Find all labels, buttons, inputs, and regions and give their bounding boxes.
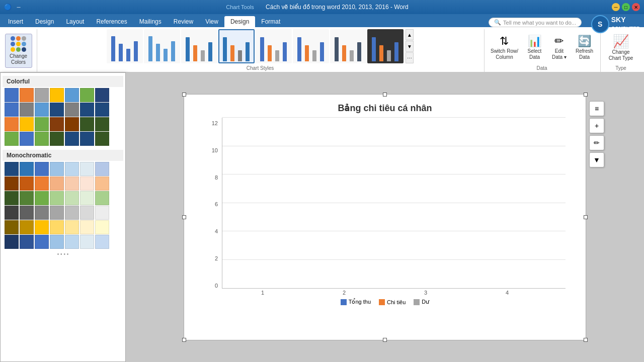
colorful-swatch[interactable] bbox=[50, 103, 64, 117]
mono-swatch[interactable] bbox=[80, 162, 94, 176]
mono-swatch[interactable] bbox=[95, 191, 109, 205]
select-data-button[interactable]: 📊 SelectData bbox=[523, 33, 546, 62]
mono-swatch[interactable] bbox=[50, 220, 64, 234]
refresh-data-button[interactable]: 🔄 RefreshData bbox=[573, 33, 596, 62]
mono-swatch[interactable] bbox=[5, 206, 19, 220]
chart-style-8[interactable] bbox=[367, 29, 404, 63]
colorful-swatch[interactable] bbox=[80, 117, 94, 131]
tab-mailings[interactable]: Mailings bbox=[133, 16, 168, 27]
mono-swatch[interactable] bbox=[35, 220, 49, 234]
mono-swatch[interactable] bbox=[65, 235, 79, 249]
colorful-swatch[interactable] bbox=[20, 88, 34, 102]
colorful-swatch[interactable] bbox=[95, 103, 109, 117]
mono-swatch[interactable] bbox=[35, 191, 49, 205]
colorful-swatch[interactable] bbox=[80, 132, 94, 146]
scroll-up[interactable]: ▲ bbox=[406, 29, 414, 40]
mono-swatch[interactable] bbox=[65, 162, 79, 176]
mono-swatch[interactable] bbox=[50, 162, 64, 176]
chart-style-7[interactable] bbox=[330, 29, 366, 63]
tab-view[interactable]: View bbox=[199, 16, 224, 27]
mono-swatch[interactable] bbox=[95, 220, 109, 234]
tab-layout[interactable]: Layout bbox=[60, 16, 90, 27]
selection-handle-tr[interactable] bbox=[584, 93, 588, 97]
colorful-swatch[interactable] bbox=[35, 117, 49, 131]
chart-layout-button[interactable]: ≡ bbox=[589, 101, 604, 116]
mono-swatch[interactable] bbox=[20, 235, 34, 249]
mono-swatch[interactable] bbox=[80, 206, 94, 220]
colorful-swatch[interactable] bbox=[35, 103, 49, 117]
minimize-button[interactable]: ─ bbox=[612, 3, 620, 11]
colorful-swatch[interactable] bbox=[20, 132, 34, 146]
chart-container[interactable]: Bảng chi tiêu cá nhân 12 10 8 6 4 2 0 bbox=[184, 94, 586, 340]
mono-swatch[interactable] bbox=[5, 220, 19, 234]
colorful-swatch[interactable] bbox=[95, 117, 109, 131]
mono-swatch[interactable] bbox=[50, 176, 64, 191]
mono-swatch[interactable] bbox=[95, 206, 109, 220]
chart-elements-button[interactable]: + bbox=[589, 118, 604, 133]
chart-style-button[interactable]: ✏ bbox=[589, 135, 604, 150]
colorful-swatch[interactable] bbox=[5, 117, 19, 131]
tell-me-bar[interactable]: 🔍 Tell me what you want to do... bbox=[489, 18, 582, 27]
mono-swatch[interactable] bbox=[5, 162, 19, 176]
scroll-down[interactable]: ▼ bbox=[406, 41, 414, 52]
mono-swatch[interactable] bbox=[65, 220, 79, 234]
tab-insert[interactable]: Insert bbox=[2, 16, 29, 27]
mono-swatch[interactable] bbox=[35, 235, 49, 249]
chart-style-1[interactable] bbox=[107, 29, 143, 63]
mono-swatch[interactable] bbox=[20, 220, 34, 234]
mono-swatch[interactable] bbox=[95, 162, 109, 176]
mono-swatch[interactable] bbox=[80, 191, 94, 205]
mono-swatch[interactable] bbox=[20, 206, 34, 220]
colorful-swatch[interactable] bbox=[80, 88, 94, 102]
colorful-swatch[interactable] bbox=[5, 132, 19, 146]
mono-swatch[interactable] bbox=[65, 176, 79, 191]
colorful-swatch[interactable] bbox=[95, 88, 109, 102]
colorful-swatch[interactable] bbox=[50, 132, 64, 146]
selection-handle-bc[interactable] bbox=[383, 338, 387, 342]
mono-swatch[interactable] bbox=[50, 206, 64, 220]
mono-swatch[interactable] bbox=[95, 235, 109, 249]
colorful-swatch[interactable] bbox=[95, 132, 109, 146]
selection-handle-br[interactable] bbox=[584, 338, 588, 342]
mono-swatch[interactable] bbox=[80, 235, 94, 249]
colorful-swatch[interactable] bbox=[65, 103, 79, 117]
mono-swatch[interactable] bbox=[20, 176, 34, 191]
tab-references[interactable]: References bbox=[90, 16, 133, 27]
colorful-swatch[interactable] bbox=[50, 117, 64, 131]
mono-swatch[interactable] bbox=[5, 176, 19, 191]
tab-review[interactable]: Review bbox=[168, 16, 199, 27]
chart-style-4[interactable] bbox=[218, 29, 255, 63]
colorful-swatch[interactable] bbox=[65, 132, 79, 146]
mono-swatch[interactable] bbox=[65, 206, 79, 220]
scroll-more[interactable]: ⋯ bbox=[406, 52, 414, 63]
selection-handle-tl[interactable] bbox=[182, 93, 186, 97]
chart-style-2[interactable] bbox=[144, 29, 180, 63]
minimize-button[interactable]: ─ bbox=[15, 3, 23, 11]
tab-design-chart[interactable]: Design bbox=[224, 16, 255, 27]
colorful-swatch[interactable] bbox=[5, 103, 19, 117]
mono-swatch[interactable] bbox=[5, 235, 19, 249]
edit-data-button[interactable]: ✏ EditData ▾ bbox=[548, 33, 571, 62]
chart-filter-button[interactable]: ▼ bbox=[589, 152, 604, 167]
tab-design-doc[interactable]: Design bbox=[29, 16, 60, 27]
colorful-swatch[interactable] bbox=[20, 103, 34, 117]
change-chart-type-button[interactable]: 📈 ChangeChart Type bbox=[605, 32, 637, 63]
mono-swatch[interactable] bbox=[95, 176, 109, 191]
switch-row-column-button[interactable]: ⇅ Switch Row/Column bbox=[488, 33, 521, 62]
chart-style-3[interactable] bbox=[181, 29, 217, 63]
mono-swatch[interactable] bbox=[5, 191, 19, 205]
colorful-swatch[interactable] bbox=[35, 88, 49, 102]
colorful-swatch[interactable] bbox=[50, 88, 64, 102]
maximize-button[interactable]: □ bbox=[622, 3, 630, 11]
selection-handle-tc[interactable] bbox=[383, 93, 387, 97]
mono-swatch[interactable] bbox=[80, 220, 94, 234]
mono-swatch[interactable] bbox=[20, 162, 34, 176]
close-button[interactable]: ✕ bbox=[632, 3, 640, 11]
mono-swatch[interactable] bbox=[35, 206, 49, 220]
mono-swatch[interactable] bbox=[50, 235, 64, 249]
colorful-swatch[interactable] bbox=[5, 88, 19, 102]
mono-swatch[interactable] bbox=[80, 176, 94, 191]
mono-swatch[interactable] bbox=[35, 162, 49, 176]
mono-swatch[interactable] bbox=[20, 191, 34, 205]
colorful-swatch[interactable] bbox=[20, 117, 34, 131]
